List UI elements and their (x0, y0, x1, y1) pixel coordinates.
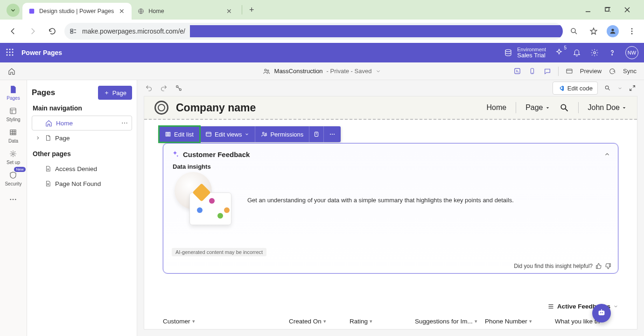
browser-menu-icon[interactable] (625, 25, 638, 38)
chevron-down-icon[interactable] (613, 304, 618, 309)
bookmark-icon[interactable] (587, 25, 600, 38)
notifications-icon[interactable] (572, 48, 581, 57)
tab-title: Home (148, 8, 164, 14)
back-button[interactable] (6, 24, 21, 39)
product-title: Power Pages (21, 49, 62, 56)
maximize-button[interactable] (602, 4, 613, 15)
svg-point-62 (330, 134, 331, 135)
svg-rect-54 (166, 132, 167, 136)
new-tab-button[interactable]: + (245, 3, 258, 16)
collapse-icon[interactable] (604, 151, 610, 158)
mobile-preview-icon[interactable] (528, 67, 537, 75)
svg-point-50 (605, 86, 609, 89)
chevron-down-icon[interactable] (617, 86, 623, 91)
help-icon[interactable] (608, 48, 617, 57)
url-bar[interactable]: make.powerpages.microsoft.com/e/ (64, 23, 563, 40)
copilot-icon[interactable]: 5 (554, 48, 564, 57)
columns-icon (165, 131, 171, 137)
tab-close-icon[interactable]: ✕ (225, 7, 233, 15)
reload-button[interactable] (45, 24, 60, 39)
company-logo[interactable] (154, 101, 168, 115)
col-like[interactable]: What you like th (555, 318, 600, 325)
rail-item-styling[interactable]: Styling (2, 103, 25, 125)
col-created-on[interactable]: Created On▾ (289, 318, 350, 325)
browser-tab[interactable]: Home ✕ (132, 3, 239, 20)
chatbot-button[interactable] (592, 304, 611, 322)
edit-views-button[interactable]: Edit views (200, 126, 256, 142)
comments-icon[interactable] (543, 67, 552, 75)
left-rail: Pages Styling Data Set up New Security (0, 80, 27, 336)
rail-item-data[interactable]: Data (2, 125, 25, 146)
svg-point-20 (9, 52, 11, 53)
minimize-button[interactable] (582, 4, 594, 15)
app-launcher-icon[interactable] (6, 48, 15, 57)
thumbs-down-button[interactable] (605, 263, 611, 269)
preview-button[interactable]: Preview (580, 68, 602, 75)
edit-code-button[interactable]: Edit code (553, 82, 598, 95)
sync-button[interactable]: Sync (623, 68, 637, 75)
svg-rect-68 (599, 311, 605, 315)
tab-search-button[interactable] (7, 4, 20, 17)
col-suggestions[interactable]: Suggestions for Im...▾ (415, 318, 485, 325)
link-button[interactable] (174, 83, 184, 93)
tab-close-icon[interactable]: ✕ (118, 7, 126, 15)
tree-item-home[interactable]: Home ⋯ (32, 116, 132, 130)
url-redacted-portion (190, 25, 563, 37)
zoom-icon[interactable] (567, 25, 581, 38)
chevron-right-icon[interactable] (35, 136, 41, 140)
tree-item-not-found[interactable]: Page Not Found (32, 176, 132, 191)
rail-item-setup[interactable]: Set up (2, 146, 25, 168)
copilot-list-button[interactable] (309, 126, 324, 142)
nav-page[interactable]: Page (525, 103, 550, 112)
site-name[interactable]: MassConstruction (274, 68, 323, 75)
svg-line-53 (565, 109, 567, 111)
zoom-dropdown[interactable] (602, 83, 613, 93)
rail-item-more[interactable] (2, 189, 25, 211)
svg-rect-36 (10, 130, 16, 135)
redo-button[interactable] (159, 83, 169, 93)
col-phone[interactable]: Phone Number▾ (485, 318, 555, 325)
add-page-button[interactable]: ＋ Page (98, 86, 132, 100)
chevron-down-icon[interactable] (375, 69, 381, 74)
nav-search-icon[interactable] (560, 103, 569, 112)
company-name[interactable]: Company name (176, 102, 256, 114)
undo-button[interactable] (144, 83, 154, 93)
profile-button[interactable] (607, 25, 619, 37)
pages-panel: Pages ＋ Page Main navigation Home ⋯ Page… (27, 80, 137, 336)
tree-item-page[interactable]: Page (32, 130, 132, 145)
rail-item-security[interactable]: New Security (2, 168, 25, 189)
item-menu-icon[interactable]: ⋯ (121, 119, 128, 127)
nav-user[interactable]: John Doe (588, 103, 627, 112)
tab-separator (242, 5, 242, 14)
home-shortcut-icon[interactable] (7, 67, 16, 75)
page-canvas: Company name Home Page John Doe Edit lis… (144, 96, 637, 329)
tree-item-access-denied[interactable]: Access Denied (32, 161, 132, 176)
nav-home[interactable]: Home (486, 103, 506, 112)
section-other-pages: Other pages (33, 150, 132, 158)
rail-item-pages[interactable]: Pages (2, 82, 25, 103)
user-avatar[interactable]: NW (625, 46, 638, 59)
settings-icon[interactable] (590, 48, 599, 57)
svg-point-43 (12, 199, 14, 200)
spacer (35, 165, 41, 172)
col-customer[interactable]: Customer▾ (163, 318, 289, 325)
close-button[interactable] (622, 4, 633, 15)
edit-list-button[interactable]: Edit list (159, 126, 200, 142)
forward-button[interactable] (25, 24, 40, 39)
svg-rect-35 (10, 108, 16, 114)
svg-point-42 (10, 199, 11, 200)
data-icon (9, 128, 18, 137)
setup-icon (9, 150, 18, 159)
svg-rect-56 (169, 132, 170, 136)
svg-point-25 (505, 49, 511, 52)
col-rating[interactable]: Rating▾ (350, 318, 415, 325)
site-info-icon[interactable] (69, 27, 77, 35)
browser-tab-active[interactable]: Design studio | Power Pages ✕ (22, 3, 132, 20)
more-list-button[interactable] (324, 126, 341, 142)
environment-label: Environment (517, 47, 546, 52)
expand-button[interactable] (627, 83, 637, 93)
environment-picker[interactable]: Environment Sales Trial (504, 47, 546, 59)
thumbs-up-button[interactable] (595, 263, 602, 269)
copilot-subbar-icon[interactable] (513, 67, 522, 75)
permissions-button[interactable]: Permissions (255, 126, 309, 142)
